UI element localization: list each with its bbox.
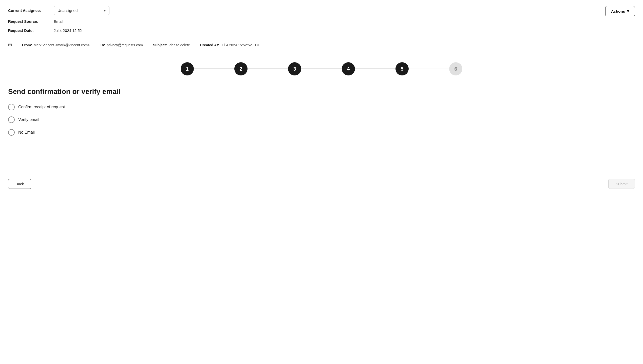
email-subject-field: Subject: Please delete: [153, 43, 190, 47]
email-created-at-field: Created At: Jul 4 2024 15:52:52 EDT: [200, 43, 260, 47]
radio-option-no-email[interactable]: No Email: [8, 129, 635, 136]
submit-button[interactable]: Submit: [608, 179, 635, 189]
subject-label: Subject:: [153, 43, 167, 47]
from-value: Mark Vincent <mark@vincent.com>: [34, 43, 90, 47]
step-1: 1: [181, 62, 194, 75]
top-section: Current Assignee: Unassigned ▾ Request S…: [0, 0, 643, 38]
radio-label-confirm: Confirm receipt of request: [18, 105, 65, 109]
radio-circle-no-email: [8, 129, 15, 136]
radio-option-verify[interactable]: Verify email: [8, 116, 635, 123]
step-line-5-6: [409, 69, 449, 69]
step-4: 4: [342, 62, 355, 75]
step-5: 5: [395, 62, 409, 75]
stepper: 1 2 3 4 5 6: [8, 62, 635, 75]
step-line-1-2: [194, 69, 234, 69]
step-6: 6: [449, 62, 462, 75]
radio-options: Confirm receipt of request Verify email …: [8, 104, 635, 136]
actions-chevron-icon: ▾: [627, 9, 629, 13]
bottom-bar: Back Submit: [0, 174, 643, 194]
request-date-value: Jul 4 2024 12:52: [54, 28, 82, 33]
step-line-2-3: [248, 69, 288, 69]
back-button[interactable]: Back: [8, 179, 31, 189]
email-from-field: From: Mark Vincent <mark@vincent.com>: [22, 43, 90, 47]
request-date-label: Request Date:: [8, 28, 54, 33]
request-source-row: Request Source: Email: [8, 19, 109, 24]
chevron-down-icon: ▾: [104, 9, 106, 13]
assignee-dropdown[interactable]: Unassigned ▾: [54, 6, 109, 15]
step-2: 2: [234, 62, 248, 75]
to-value: privacy@requests.com: [107, 43, 143, 47]
from-label: From:: [22, 43, 32, 47]
step-3: 3: [288, 62, 301, 75]
request-source-label: Request Source:: [8, 19, 54, 24]
request-date-row: Request Date: Jul 4 2024 12:52: [8, 28, 109, 33]
actions-button[interactable]: Actions ▾: [605, 6, 635, 16]
section-title: Send confirmation or verify email: [8, 88, 635, 96]
assignee-label: Current Assignee:: [8, 8, 54, 13]
to-label: To:: [100, 43, 105, 47]
assignee-row: Current Assignee: Unassigned ▾: [8, 6, 109, 15]
main-content: 1 2 3 4 5 6 Send confirmation or verify …: [0, 52, 643, 174]
meta-fields: Current Assignee: Unassigned ▾ Request S…: [8, 6, 109, 33]
assignee-value: Unassigned: [58, 8, 78, 13]
actions-label: Actions: [611, 9, 625, 13]
radio-circle-verify: [8, 116, 15, 123]
created-at-label: Created At:: [200, 43, 219, 47]
created-at-value: Jul 4 2024 15:52:52 EDT: [221, 43, 260, 47]
email-to-field: To: privacy@requests.com: [100, 43, 143, 47]
radio-option-confirm[interactable]: Confirm receipt of request: [8, 104, 635, 110]
step-line-4-5: [355, 69, 395, 69]
email-icon: ✉: [8, 42, 12, 48]
radio-label-verify: Verify email: [18, 117, 39, 122]
request-source-value: Email: [54, 19, 63, 24]
radio-label-no-email: No Email: [18, 130, 35, 135]
email-bar: ✉ From: Mark Vincent <mark@vincent.com> …: [0, 38, 643, 52]
subject-value: Please delete: [168, 43, 190, 47]
radio-circle-confirm: [8, 104, 15, 110]
step-line-3-4: [301, 69, 342, 69]
